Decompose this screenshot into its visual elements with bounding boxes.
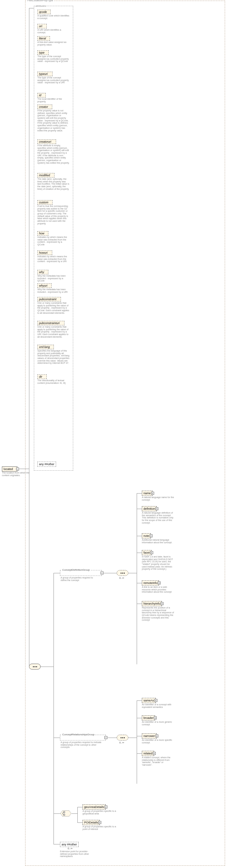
- connector: [41, 666, 53, 667]
- attribute-desc: A free-text value assigned as property v…: [37, 41, 70, 46]
- expand-icon[interactable]: +: [150, 551, 153, 554]
- attribute-desc: The type of the concept assigned as cont…: [37, 55, 70, 63]
- connector: [53, 844, 60, 844]
- attribute-qcode: qcode: [37, 10, 51, 14]
- connector: [137, 493, 137, 664]
- element-desc: Represents the position of a concept in …: [142, 607, 174, 621]
- connector: [137, 701, 142, 701]
- connector: [53, 573, 60, 573]
- element-desc: Additional natural language information …: [142, 539, 174, 544]
- group-definition-desc: A group of properties required to define…: [61, 577, 96, 581]
- attribute-dir: dir: [37, 374, 47, 379]
- attribute-desc: The local identifier of the property.: [37, 98, 70, 103]
- attribute-desc: One or many constraints that apply to pu…: [37, 326, 70, 338]
- expand-icon[interactable]: +: [154, 699, 157, 702]
- element-desc: A group of properties specific to a poin…: [82, 826, 118, 830]
- attribute-howuri: howuri: [37, 250, 52, 255]
- attribute-desc: The date (and, optionally, the time) whe…: [37, 178, 70, 190]
- any-desc: Extension point for provider-defined pro…: [60, 850, 92, 858]
- svg-marker-0: [60, 810, 71, 816]
- expand-icon[interactable]: +: [150, 534, 152, 537]
- connector: [77, 823, 82, 823]
- expand-icon[interactable]: +: [98, 821, 101, 824]
- element-desc: A related concept, where the relationshi…: [142, 756, 174, 766]
- attribute-desc: Indicates by which means the value was e…: [37, 255, 70, 263]
- attribute-desc: Why the metadata has been included - exp…: [37, 288, 70, 293]
- collapse-icon[interactable]: −: [16, 468, 19, 471]
- connector: [53, 813, 60, 814]
- connector: [137, 753, 142, 754]
- attribute-desc: The directionality of textual content (e…: [37, 379, 70, 384]
- connector: [128, 738, 137, 738]
- attribute-id: id: [37, 93, 46, 97]
- element-facet: facet+: [142, 550, 152, 555]
- element-definition: definition+: [142, 506, 157, 511]
- attribute-desc: Specifies the language of this property …: [37, 349, 70, 365]
- connector: [72, 813, 77, 814]
- group-relationships-frame: ConceptRelationshipsGroup −: [60, 735, 106, 741]
- connector: [137, 603, 142, 604]
- element-desc: An identifier of a concept with equivale…: [142, 703, 174, 708]
- collapse-icon[interactable]: −: [105, 736, 107, 739]
- expand-icon[interactable]: +: [158, 582, 160, 585]
- expand-icon[interactable]: +: [151, 492, 154, 495]
- type-label: FlexLocationPropType: [27, 0, 54, 2]
- occurs-label: 0..∞: [119, 577, 124, 580]
- attribute-desc: Why the metadata has been included - exp…: [37, 275, 70, 282]
- element-hierarchyinfo: hierarchyInfo+: [142, 601, 162, 606]
- connector: [137, 493, 142, 494]
- element-narrower: narrower+: [142, 734, 157, 739]
- attribute-whyuri: whyuri: [37, 283, 51, 288]
- expand-icon[interactable]: +: [153, 752, 156, 755]
- expand-icon[interactable]: +: [154, 717, 157, 719]
- connector: [29, 8, 29, 469]
- expand-icon[interactable]: +: [160, 602, 163, 605]
- element-desc: A group of properties specific to a geop…: [82, 810, 118, 815]
- attributes-label: attributes: [35, 4, 46, 7]
- attribute-desc: One or many constraints that apply to pu…: [37, 302, 70, 314]
- element-broader: broader+: [142, 715, 155, 720]
- element-desc: A natural language name for the concept.: [142, 496, 174, 501]
- attribute-creatoruri: creatoruri: [37, 140, 56, 144]
- connector: [137, 553, 142, 553]
- sequence-rel: [117, 735, 128, 741]
- connector: [29, 8, 34, 8]
- attribute-desc: A URI which identifies a concept.: [37, 29, 70, 34]
- connector: [137, 509, 142, 509]
- svg-rect-2: [64, 814, 65, 815]
- attribute-how: how: [37, 231, 48, 236]
- group-relationships-label: ConceptRelationshipsGroup: [62, 733, 95, 736]
- expand-icon[interactable]: +: [155, 735, 158, 738]
- connector: [108, 738, 117, 738]
- attribute-typeuri: typeuri: [37, 72, 52, 76]
- element-geoareadetails: geoAreaDetails+: [82, 804, 106, 810]
- attribute-creator: creator: [37, 104, 52, 109]
- connector: [137, 536, 142, 536]
- element-desc: An identifier of a more specific concept…: [142, 739, 174, 744]
- collapse-icon[interactable]: −: [101, 572, 104, 575]
- connector: [20, 469, 29, 469]
- any-other-element: any ##other: [60, 842, 79, 847]
- connector: [77, 807, 82, 807]
- element-label: located: [4, 467, 13, 471]
- element-note: note+: [142, 533, 151, 538]
- connector: [137, 701, 137, 784]
- attribute-literal: literal: [37, 36, 50, 41]
- expand-icon[interactable]: +: [155, 507, 158, 510]
- attribute-any-other: any ##other: [37, 462, 56, 467]
- element-desc: In NAR 1.8 and later, facet is deprecate…: [142, 556, 174, 570]
- expand-icon[interactable]: +: [105, 806, 107, 809]
- attribute-xml-lang: xml:lang: [37, 345, 54, 349]
- group-definition-label: ConceptDefinitionGroup: [62, 568, 90, 571]
- connector: [29, 469, 29, 666]
- attribute-type: type: [37, 50, 49, 55]
- element-poidetails: POIDetails+: [82, 820, 100, 825]
- attribute-modified: modified: [37, 173, 54, 178]
- element-desc: The location from which the content orig…: [2, 472, 30, 476]
- choice-shape: [60, 810, 72, 817]
- element-located: located −: [2, 466, 17, 472]
- attribute-pubconstraint: pubconstraint: [37, 297, 61, 302]
- attribute-desc: If the property value is not defined, sp…: [37, 110, 70, 132]
- connector: [104, 573, 117, 573]
- attribute-desc: If the attribute is empty, specifies whi…: [37, 144, 70, 164]
